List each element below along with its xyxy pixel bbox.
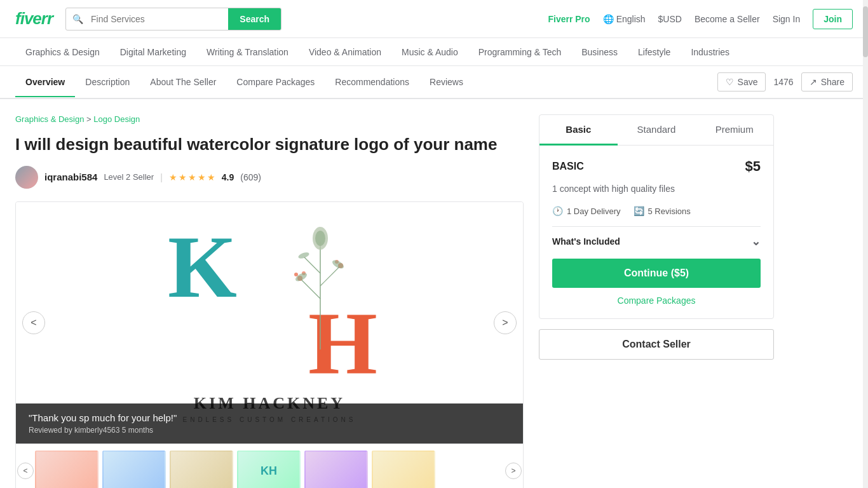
pkg-tab-basic[interactable]: Basic: [539, 115, 618, 146]
tab-recommendations[interactable]: Recommendations: [325, 68, 419, 97]
reviews-count: (609): [240, 172, 261, 182]
nav-item-business[interactable]: Business: [571, 39, 628, 65]
svg-point-7: [294, 273, 298, 276]
logo[interactable]: fiverr: [15, 9, 53, 29]
header: fiverr 🔍 Search Fiverr Pro 🌐 English $US…: [0, 0, 868, 38]
page-tabs: Overview Description About The Seller Co…: [0, 66, 868, 99]
next-image-button[interactable]: >: [494, 311, 517, 334]
gig-content: Graphics & Design > Logo Design I will d…: [15, 114, 524, 488]
breadcrumb: Graphics & Design > Logo Design: [15, 114, 524, 124]
breadcrumb-parent[interactable]: Graphics & Design: [15, 114, 84, 124]
nav-item-lifestyle[interactable]: Lifestyle: [628, 39, 681, 65]
star-2: ★: [179, 172, 187, 182]
fiverr-pro-link[interactable]: Fiverr Pro: [548, 14, 590, 24]
star-1: ★: [169, 172, 177, 182]
share-icon: ↗: [810, 77, 817, 87]
language-selector[interactable]: 🌐 English: [603, 14, 646, 24]
tab-compare-packages[interactable]: Compare Packages: [226, 68, 325, 97]
delivery-feature: 🕐 1 Day Delivery: [552, 206, 621, 216]
k-letter: K: [168, 222, 237, 311]
search-input[interactable]: [83, 9, 228, 29]
scrollbar[interactable]: [863, 0, 868, 488]
package-content: BASIC $5 1 concept with high quality fil…: [539, 146, 773, 318]
nav-item-programming[interactable]: Programming & Tech: [468, 39, 571, 65]
join-button[interactable]: Join: [813, 9, 853, 29]
save-count: 1476: [773, 77, 793, 87]
nav-item-writing[interactable]: Writing & Translation: [196, 39, 299, 65]
contact-seller-button[interactable]: Contact Seller: [539, 329, 774, 360]
star-rating: ★ ★ ★ ★ ★: [169, 172, 215, 182]
tabs-actions: ♡ Save 1476 ↗ Share: [717, 72, 853, 92]
heart-icon: ♡: [726, 77, 734, 87]
whats-included-label: What's Included: [552, 236, 620, 247]
package-features: 🕐 1 Day Delivery 🔄 5 Revisions: [552, 206, 761, 216]
avatar: [15, 166, 38, 189]
delivery-text: 1 Day Delivery: [567, 207, 621, 216]
revisions-feature: 🔄 5 Revisions: [634, 206, 691, 216]
nav-item-music[interactable]: Music & Audio: [391, 39, 468, 65]
thumbnail-6[interactable]: [372, 451, 435, 488]
svg-point-5: [315, 231, 325, 246]
star-3: ★: [188, 172, 196, 182]
pricing-panel: Basic Standard Premium BASIC $5 1 concep…: [539, 114, 774, 319]
sign-in-link[interactable]: Sign In: [773, 14, 801, 24]
avatar-image: [15, 166, 38, 189]
tab-overview[interactable]: Overview: [15, 68, 75, 97]
search-bar: 🔍 Search: [65, 8, 281, 30]
currency-selector[interactable]: $USD: [658, 14, 682, 24]
become-seller-link[interactable]: Become a Seller: [695, 14, 760, 24]
thumbnail-3[interactable]: [170, 451, 233, 488]
scrollbar-thumb: [863, 6, 868, 57]
header-right: Fiverr Pro 🌐 English $USD Become a Selle…: [548, 9, 853, 29]
review-overlay: "Thank you sp much for your help!" Revie…: [16, 403, 523, 444]
pkg-tab-premium[interactable]: Premium: [695, 115, 773, 146]
package-price: $5: [745, 158, 761, 175]
share-button[interactable]: ↗ Share: [801, 72, 853, 92]
thumbnail-5[interactable]: [304, 451, 368, 488]
svg-point-13: [297, 251, 310, 260]
review-meta: Reviewed by kimberly4563 5 months: [29, 426, 510, 435]
gig-image-container: K H: [15, 201, 524, 488]
search-button[interactable]: Search: [228, 8, 281, 30]
tab-reviews[interactable]: Reviews: [419, 68, 473, 97]
package-header: BASIC $5: [552, 158, 761, 175]
revisions-text: 5 Revisions: [648, 207, 691, 216]
pipe-separator: |: [160, 172, 163, 182]
thumbnail-strip: < KH >: [16, 444, 523, 488]
globe-icon: 🌐: [603, 14, 614, 24]
seller-level: Level 2 Seller: [104, 172, 154, 182]
nav-item-video[interactable]: Video & Animation: [299, 39, 391, 65]
thumbnail-1[interactable]: [35, 451, 98, 488]
pricing-sidebar: Basic Standard Premium BASIC $5 1 concep…: [539, 114, 774, 488]
breadcrumb-child[interactable]: Logo Design: [93, 114, 140, 124]
continue-button[interactable]: Continue ($5): [552, 259, 761, 288]
tab-description[interactable]: Description: [75, 68, 140, 97]
save-button[interactable]: ♡ Save: [717, 72, 766, 92]
svg-line-1: [301, 280, 320, 299]
chevron-down-icon: ⌄: [751, 234, 761, 248]
seller-name[interactable]: iqranabi584: [44, 172, 97, 182]
clock-icon: 🕐: [552, 206, 563, 216]
floral-decoration: [282, 222, 358, 349]
star-4: ★: [198, 172, 206, 182]
nav-item-graphics[interactable]: Graphics & Design: [15, 39, 110, 65]
package-name: BASIC: [552, 161, 584, 172]
thumbnail-4[interactable]: KH: [237, 451, 301, 488]
refresh-icon: 🔄: [634, 206, 644, 216]
thumb-next-button[interactable]: >: [505, 463, 522, 479]
pkg-tab-standard[interactable]: Standard: [618, 115, 696, 146]
package-tabs: Basic Standard Premium: [539, 115, 773, 146]
tab-about-seller[interactable]: About The Seller: [140, 68, 226, 97]
svg-line-2: [320, 267, 339, 286]
whats-included-toggle[interactable]: What's Included ⌄: [552, 226, 761, 256]
star-half: ★: [207, 172, 215, 182]
nav-item-digital-marketing[interactable]: Digital Marketing: [110, 39, 196, 65]
thumbnail-2[interactable]: [102, 451, 166, 488]
prev-image-button[interactable]: <: [22, 311, 45, 334]
nav-item-industries[interactable]: Industries: [681, 39, 740, 65]
search-icon: 🔍: [66, 14, 83, 24]
thumb-prev-button[interactable]: <: [17, 463, 34, 479]
main-image: K H: [16, 202, 523, 444]
svg-line-3: [304, 257, 320, 273]
compare-packages-link[interactable]: Compare Packages: [552, 295, 761, 306]
